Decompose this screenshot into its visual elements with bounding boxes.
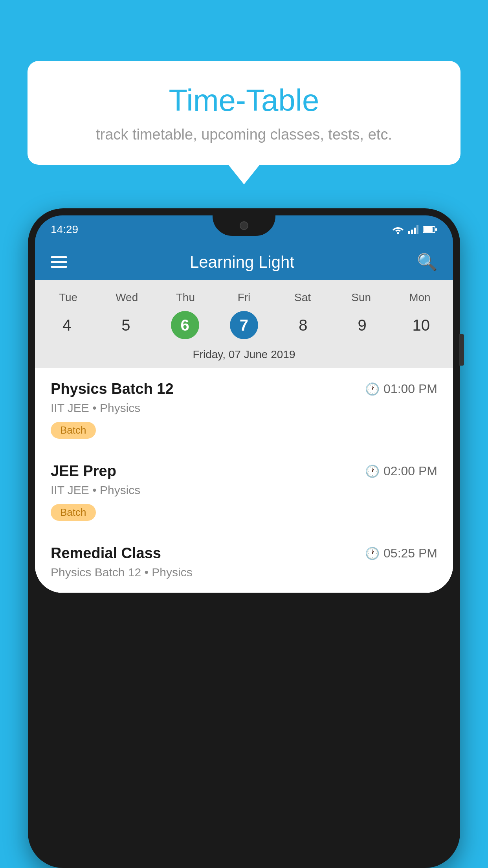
schedule-item-1-time-text: 01:00 PM bbox=[383, 382, 437, 396]
schedule-item-1-subtitle: IIT JEE • Physics bbox=[51, 401, 437, 415]
svg-rect-1 bbox=[408, 231, 410, 234]
schedule-item-3-title: Remedial Class bbox=[51, 545, 161, 562]
day-header-fri: Fri bbox=[215, 288, 273, 307]
svg-rect-3 bbox=[414, 228, 416, 234]
day-headers: Tue Wed Thu Fri Sat Sun Mon bbox=[35, 288, 453, 307]
schedule-item-2-time-text: 02:00 PM bbox=[383, 464, 437, 478]
day-num-6-today[interactable]: 6 bbox=[171, 311, 199, 339]
schedule-item-1-title: Physics Batch 12 bbox=[51, 381, 174, 397]
schedule-item-2-header: JEE Prep 🕐 02:00 PM bbox=[51, 463, 437, 480]
bubble-title: Time-Table bbox=[51, 83, 437, 118]
selected-date-label: Friday, 07 June 2019 bbox=[35, 345, 453, 368]
schedule-item-1-badge: Batch bbox=[51, 422, 96, 439]
status-bar: 14:29 bbox=[35, 215, 453, 244]
signal-icon bbox=[408, 225, 419, 234]
day-num-4[interactable]: 4 bbox=[53, 311, 81, 339]
side-button bbox=[459, 334, 464, 366]
svg-rect-4 bbox=[416, 225, 418, 234]
day-num-10[interactable]: 10 bbox=[407, 311, 435, 339]
schedule-item-3-header: Remedial Class 🕐 05:25 PM bbox=[51, 545, 437, 562]
schedule-item-1-header: Physics Batch 12 🕐 01:00 PM bbox=[51, 381, 437, 397]
day-numbers: 4 5 6 7 8 9 10 bbox=[35, 307, 453, 345]
day-header-sat: Sat bbox=[273, 288, 332, 307]
day-header-wed: Wed bbox=[97, 288, 156, 307]
calendar-strip: Tue Wed Thu Fri Sat Sun Mon 4 5 6 7 8 9 … bbox=[35, 280, 453, 368]
speech-bubble: Time-Table track timetable, upcoming cla… bbox=[28, 61, 460, 165]
clock-icon-1: 🕐 bbox=[365, 382, 380, 396]
app-screen: Learning Light 🔍 Tue Wed Thu Fri Sat Sun… bbox=[35, 244, 453, 593]
schedule-item-1[interactable]: Physics Batch 12 🕐 01:00 PM IIT JEE • Ph… bbox=[35, 368, 453, 450]
status-time: 14:29 bbox=[51, 223, 78, 236]
app-bar: Learning Light 🔍 bbox=[35, 244, 453, 280]
menu-line-1 bbox=[51, 256, 67, 258]
schedule-item-3-time: 🕐 05:25 PM bbox=[365, 546, 437, 561]
schedule-item-3-subtitle: Physics Batch 12 • Physics bbox=[51, 566, 437, 579]
day-header-tue: Tue bbox=[39, 288, 97, 307]
phone-frame: 14:29 bbox=[28, 208, 460, 868]
phone-notch bbox=[213, 215, 275, 236]
schedule-item-1-time: 🕐 01:00 PM bbox=[365, 382, 437, 396]
clock-icon-2: 🕐 bbox=[365, 464, 380, 478]
day-header-mon: Mon bbox=[391, 288, 449, 307]
app-title: Learning Light bbox=[190, 253, 294, 272]
schedule-item-2-badge: Batch bbox=[51, 504, 96, 521]
search-icon[interactable]: 🔍 bbox=[417, 252, 437, 272]
svg-rect-2 bbox=[411, 230, 413, 234]
schedule-item-2-title: JEE Prep bbox=[51, 463, 116, 480]
schedule-item-2-time: 🕐 02:00 PM bbox=[365, 464, 437, 478]
status-icons bbox=[392, 225, 437, 234]
day-num-7-selected[interactable]: 7 bbox=[230, 311, 258, 339]
speech-bubble-arrow bbox=[228, 165, 260, 184]
day-header-sun: Sun bbox=[332, 288, 391, 307]
speech-bubble-section: Time-Table track timetable, upcoming cla… bbox=[28, 61, 460, 184]
day-header-thu: Thu bbox=[156, 288, 215, 307]
phone-mockup: 14:29 bbox=[28, 208, 460, 868]
schedule-item-3[interactable]: Remedial Class 🕐 05:25 PM Physics Batch … bbox=[35, 532, 453, 593]
day-num-5[interactable]: 5 bbox=[112, 311, 140, 339]
day-num-8[interactable]: 8 bbox=[289, 311, 317, 339]
schedule-item-3-time-text: 05:25 PM bbox=[383, 546, 437, 561]
day-num-9[interactable]: 9 bbox=[348, 311, 376, 339]
bubble-subtitle: track timetable, upcoming classes, tests… bbox=[51, 126, 437, 143]
svg-rect-7 bbox=[435, 228, 437, 231]
svg-point-0 bbox=[397, 232, 399, 234]
menu-line-3 bbox=[51, 266, 67, 268]
schedule-item-2[interactable]: JEE Prep 🕐 02:00 PM IIT JEE • Physics Ba… bbox=[35, 450, 453, 532]
svg-rect-6 bbox=[424, 227, 433, 232]
camera-dot bbox=[240, 221, 248, 230]
menu-icon[interactable] bbox=[51, 256, 67, 268]
battery-icon bbox=[423, 225, 437, 234]
schedule-list: Physics Batch 12 🕐 01:00 PM IIT JEE • Ph… bbox=[35, 368, 453, 593]
wifi-icon bbox=[392, 225, 404, 234]
menu-line-2 bbox=[51, 261, 67, 263]
clock-icon-3: 🕐 bbox=[365, 546, 380, 560]
schedule-item-2-subtitle: IIT JEE • Physics bbox=[51, 484, 437, 497]
